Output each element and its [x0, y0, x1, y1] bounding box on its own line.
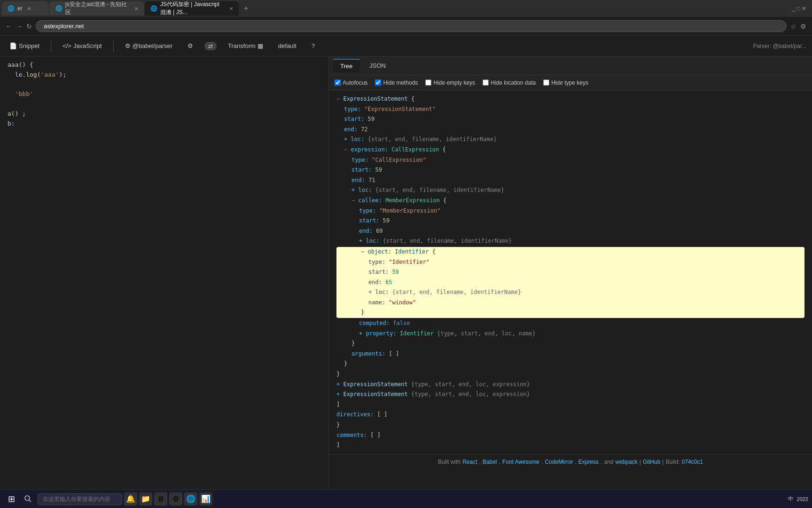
- toolbar-parser[interactable]: ⚙ @babel/parser: [121, 40, 176, 51]
- back-button[interactable]: ←: [6, 23, 12, 30]
- refresh-button[interactable]: ↻: [26, 23, 32, 30]
- tree-bracket: [ ]: [385, 349, 399, 359]
- hide-empty-option[interactable]: Hide empty keys: [425, 79, 475, 86]
- toolbar-snippet[interactable]: 📄 Snippet: [6, 40, 43, 51]
- hide-type-option[interactable]: Hide type keys: [543, 79, 588, 86]
- footer-codemirror-link[interactable]: CodeMirror: [545, 459, 573, 465]
- footer-github-link[interactable]: GitHub: [643, 459, 660, 465]
- footer-build-hash[interactable]: 074c0c1: [682, 459, 703, 465]
- hide-methods-checkbox[interactable]: [375, 79, 381, 86]
- hide-empty-checkbox[interactable]: [425, 79, 431, 86]
- hide-location-option[interactable]: Hide location data: [483, 79, 536, 86]
- tree-row: ]: [336, 440, 804, 451]
- hide-type-checkbox[interactable]: [543, 79, 549, 86]
- toolbar-toggle[interactable]: ⇄: [204, 42, 217, 50]
- extensions-icon[interactable]: ⚙: [800, 23, 806, 30]
- snippet-icon: 📄: [9, 42, 17, 49]
- address-input[interactable]: [36, 20, 787, 32]
- tree-value: 59: [389, 267, 399, 278]
- tree-row: + property: Identifier {type, start, end…: [359, 329, 804, 339]
- tree-row-highlight: end: 65: [368, 278, 803, 288]
- tree-row-highlight: name: "window": [368, 298, 803, 308]
- footer-webpack-link[interactable]: webpack: [615, 459, 637, 465]
- taskbar-app-1[interactable]: 🔔: [124, 492, 137, 506]
- tree-key: comments:: [336, 430, 367, 441]
- new-tab-button[interactable]: +: [240, 2, 253, 15]
- tab-tree[interactable]: Tree: [333, 59, 360, 72]
- tree-value: "window": [385, 298, 416, 308]
- tab-2-label: js安全之ast混淆 - 先知社区: [65, 0, 130, 16]
- tree-expand-btn[interactable]: +: [359, 236, 362, 246]
- tree-expand-btn[interactable]: +: [336, 380, 340, 390]
- tree-row-highlight: type: "Identifier": [368, 257, 803, 268]
- tab-3[interactable]: 🌐 JS代码加密 | Javascript 混淆 | JS... ✕: [145, 1, 239, 16]
- hide-methods-option[interactable]: Hide methods: [375, 79, 418, 86]
- autofocus-checkbox[interactable]: [335, 79, 341, 86]
- tree-value: "ExpressionStatement": [361, 104, 436, 115]
- tree-row: type: "ExpressionStatement": [344, 104, 804, 115]
- app-toolbar: 📄 Snippet </> JavaScript ⚙ @babel/parser…: [0, 36, 812, 56]
- footer-babel-link[interactable]: Babel: [483, 459, 497, 465]
- taskbar-app-6[interactable]: 📊: [199, 492, 212, 506]
- tree-row: start: 59: [351, 165, 804, 175]
- footer-express-link[interactable]: Express: [578, 459, 599, 465]
- tree-key: type:: [359, 206, 376, 216]
- autofocus-option[interactable]: Autofocus: [335, 79, 367, 86]
- start-button[interactable]: ⊞: [4, 492, 19, 507]
- taskbar-app-3[interactable]: 🖥: [154, 492, 167, 506]
- tree-collapsed: {type, start, end, loc, name}: [434, 329, 536, 339]
- toolbar-help[interactable]: ?: [308, 40, 319, 51]
- tree-collapse-btn[interactable]: −: [336, 94, 340, 104]
- tab-1-close[interactable]: ✕: [27, 6, 31, 11]
- code-line: 'bbb': [8, 89, 321, 99]
- tree-collapse-btn[interactable]: −: [361, 247, 364, 257]
- tree-type: Identifier: [396, 329, 433, 339]
- main-container: aaa() { le.log('aaa'); 'bbb' a() ; b: Tr…: [0, 56, 812, 508]
- forward-button[interactable]: →: [16, 23, 23, 30]
- tree-expand-btn[interactable]: +: [344, 135, 347, 145]
- tree-expand-btn[interactable]: +: [368, 287, 372, 298]
- tab-1[interactable]: 🌐 er ✕: [2, 1, 49, 16]
- code-editor-content[interactable]: aaa() { le.log('aaa'); 'bbb' a() ; b:: [0, 56, 328, 133]
- tree-row-highlight: }: [361, 308, 803, 318]
- tree-collapse-btn[interactable]: −: [344, 145, 347, 155]
- tree-key: type:: [351, 155, 368, 166]
- tree-expand-btn[interactable]: +: [336, 389, 340, 400]
- tab-2[interactable]: 🌐 js安全之ast混淆 - 先知社区 ✕: [50, 1, 144, 16]
- tree-collapsed: {start, end, filename, identifierName}: [372, 185, 504, 196]
- hide-location-checkbox[interactable]: [483, 79, 489, 86]
- taskbar-search[interactable]: [38, 493, 122, 505]
- tree-value: "CallExpression": [368, 155, 426, 166]
- tree-expand-btn[interactable]: +: [359, 329, 362, 339]
- search-button[interactable]: [21, 492, 36, 507]
- footer-react-link[interactable]: React: [462, 459, 477, 465]
- tree-type: Identifier: [391, 247, 429, 257]
- tree-bracket: [ ]: [374, 410, 387, 420]
- footer-fontawesome-link[interactable]: Font Awesome: [502, 459, 539, 465]
- toolbar-language[interactable]: </> JavaScript: [59, 40, 106, 51]
- toolbar-transform[interactable]: Transform ▦: [224, 40, 267, 51]
- taskbar-app-5[interactable]: 🌐: [184, 492, 197, 506]
- toolbar-default[interactable]: default: [274, 40, 300, 51]
- tab-2-close[interactable]: ✕: [134, 6, 138, 11]
- bookmark-star[interactable]: ☆: [790, 23, 796, 30]
- parser-icon: ⚙: [125, 42, 131, 49]
- toolbar-settings[interactable]: ⚙: [184, 40, 197, 51]
- tree-row: + ExpressionStatement {type, start, end,…: [336, 380, 804, 390]
- tree-key: name:: [368, 298, 385, 308]
- tree-row: type: "CallExpression": [351, 155, 804, 166]
- tree-row: type: "MemberExpression": [359, 206, 804, 216]
- code-line: [8, 99, 321, 109]
- tree-brace: {: [408, 94, 414, 104]
- highlighted-block: − object: Identifier { type: "Identifier…: [336, 247, 804, 318]
- tree-row: − callee: MemberExpression {: [351, 196, 804, 206]
- tab-json[interactable]: JSON: [362, 59, 393, 72]
- taskbar-app-4[interactable]: ⚙: [169, 492, 182, 506]
- tab-3-favicon: 🌐: [150, 5, 157, 12]
- tab-3-close[interactable]: ✕: [229, 6, 233, 11]
- code-line: a() ;: [8, 109, 321, 119]
- tree-expand-btn[interactable]: +: [351, 185, 355, 196]
- tree-key: start:: [359, 216, 379, 226]
- tree-collapse-btn[interactable]: −: [351, 196, 355, 206]
- taskbar-app-2[interactable]: 📁: [139, 492, 152, 506]
